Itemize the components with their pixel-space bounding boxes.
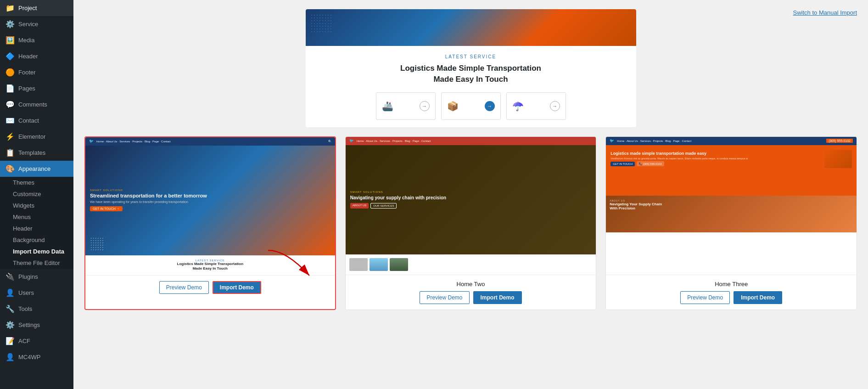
sidebar-item-elementor[interactable]: ⚡ Elementor [0, 129, 73, 145]
demo2-img-2 [370, 258, 388, 271]
demo-card-home-one: 🐦 Home · About Us · Services · Projects … [84, 136, 336, 310]
demo2-hero: SMART SOLUTIONS Navigating your supply c… [346, 145, 596, 254]
sidebar-item-users[interactable]: 👤 Users [0, 285, 73, 301]
comments-icon: 💬 [6, 100, 15, 109]
preview-label: LATEST SERVICE [317, 54, 625, 59]
sidebar-label-templates: Templates [18, 149, 45, 156]
acf-icon: 📝 [6, 337, 15, 345]
sidebar-item-footer[interactable]: 🟠 Footer [0, 64, 73, 80]
mini-card-3-arrow[interactable]: → [550, 101, 560, 111]
theme-file-editor-label: Theme File Editor [13, 259, 60, 266]
sidebar-label-header: Header [18, 53, 38, 60]
demo1-dots [90, 237, 104, 251]
preview-title: Logistics Made Simple TransportationMade… [317, 63, 625, 85]
sidebar-sub-customize[interactable]: Customize [0, 188, 73, 200]
main-content: Switch to Manual Import LATEST SERVICE L… [73, 0, 868, 389]
demo3-nav: 🐦 Home · About Us · Services · Projects … [606, 137, 857, 145]
demo-name-home-three: Home Three [611, 281, 851, 288]
preview-demo-button-home-one[interactable]: Preview Demo [159, 281, 209, 294]
sidebar-label-settings: Settings [18, 321, 40, 328]
top-preview-card: LATEST SERVICE Logistics Made Simple Tra… [306, 9, 636, 127]
sidebar-item-settings[interactable]: ⚙️ Settings [0, 317, 73, 333]
elementor-icon: ⚡ [6, 132, 15, 141]
media-icon: 🖼️ [6, 36, 15, 45]
sidebar-item-tools[interactable]: 🔧 Tools [0, 301, 73, 317]
sidebar-item-acf[interactable]: 📝 ACF [0, 333, 73, 349]
manual-import-link[interactable]: Switch to Manual Import [793, 9, 857, 16]
import-demo-button-home-two[interactable]: Import Demo [473, 291, 522, 304]
sidebar-sub-themes[interactable]: Themes [0, 177, 73, 188]
footer-icon: 🟠 [6, 68, 15, 77]
demo-card-buttons-home-three: Preview Demo Import Demo [611, 291, 851, 304]
sidebar-sub-theme-file-editor[interactable]: Theme File Editor [0, 257, 73, 269]
demo2-img-3 [390, 258, 408, 271]
sidebar-label-tools: Tools [18, 305, 32, 312]
demo-thumbnail-home-three: 🐦 Home · About Us · Services · Projects … [606, 137, 857, 275]
sidebar-item-appearance[interactable]: 🎨 Appearance [0, 161, 73, 177]
sidebar-label-mc4wp: MC4WP [18, 354, 40, 361]
demo1-bottom-title: Logistics Made Simple TransportationMade… [89, 262, 331, 271]
demo2-about-btn: ABOUT US [350, 203, 369, 209]
demo2-hero-heading: Navigating your supply chain with precis… [350, 195, 446, 201]
demo3-phone: 📞 (305) 555-0102 [637, 161, 664, 166]
demo-card-footer-home-two: Home Two Preview Demo Import Demo [346, 275, 596, 310]
sidebar-label-media: Media [18, 37, 34, 44]
box-icon: 📦 [447, 101, 459, 112]
demo-card-buttons-home-two: Preview Demo Import Demo [351, 291, 591, 304]
sidebar-sub-import-demo[interactable]: Import Demo Data [0, 246, 73, 257]
sidebar-item-mc4wp[interactable]: 👤 MC4WP [0, 349, 73, 365]
sidebar-item-plugins[interactable]: 🔌 Plugins [0, 269, 73, 285]
sidebar-item-comments[interactable]: 💬 Comments [0, 96, 73, 113]
sidebar-label-footer: Footer [18, 69, 36, 76]
preview-cards-row: 🚢 → 📦 → ☂️ → [317, 92, 625, 120]
demo-grid: 🐦 Home · About Us · Services · Projects … [84, 136, 857, 310]
demo-card-home-three: 🐦 Home · About Us · Services · Projects … [605, 136, 857, 310]
import-demo-label: Import Demo Data [13, 248, 64, 255]
demo3-truck-image [824, 150, 852, 168]
demo-card-buttons-home-one: Preview Demo Import Demo [91, 281, 330, 294]
demo1-hero-text: SMART SOLUTIONS Streamlined transportati… [90, 189, 207, 212]
service-icon: ⚙️ [6, 20, 15, 28]
preview-demo-button-home-two[interactable]: Preview Demo [420, 291, 469, 304]
mini-card-2: 📦 → [441, 92, 501, 120]
demo3-cta: GET IN TOUCH [610, 162, 635, 166]
demo3-hero-heading: Logistics made simple transportation mad… [610, 151, 821, 157]
sidebar-item-media[interactable]: 🖼️ Media [0, 32, 73, 48]
sidebar-sub-widgets[interactable]: Widgets [0, 200, 73, 211]
sidebar-sub-menus[interactable]: Menus [0, 211, 73, 223]
sidebar-label-users: Users [18, 289, 34, 296]
preview-demo-button-home-three[interactable]: Preview Demo [680, 291, 730, 304]
sidebar-label-plugins: Plugins [18, 273, 38, 280]
sidebar-item-header[interactable]: 🔷 Header [0, 48, 73, 64]
sidebar-item-project[interactable]: 📁 Project [0, 0, 73, 16]
sidebar-label-appearance: Appearance [18, 165, 50, 172]
demo1-nav: 🐦 Home · About Us · Services · Projects … [85, 137, 335, 146]
widgets-label: Widgets [13, 202, 34, 209]
import-demo-button-home-three[interactable]: Import Demo [734, 291, 782, 304]
mini-card-1: 🚢 → [376, 92, 436, 120]
sidebar-item-contact[interactable]: ✉️ Contact [0, 113, 73, 129]
mini-card-2-arrow[interactable]: → [485, 101, 495, 111]
sidebar-sub-header[interactable]: Header [0, 223, 73, 234]
mini-card-3: ☂️ → [506, 92, 566, 120]
preview-content: LATEST SERVICE Logistics Made Simple Tra… [306, 46, 636, 127]
sidebar-label-elementor: Elementor [18, 133, 45, 140]
sidebar-label-project: Project [18, 5, 37, 11]
demo3-hero-text: Logistics made simple transportation mad… [610, 151, 821, 167]
project-icon: 📁 [6, 4, 15, 12]
demo-thumbnail-home-one: 🐦 Home · About Us · Services · Projects … [85, 137, 335, 275]
sidebar-item-pages[interactable]: 📄 Pages [0, 80, 73, 96]
sidebar-item-service[interactable]: ⚙️ Service [0, 16, 73, 32]
demo2-services-btn: OUR SERVICES [370, 203, 397, 209]
sidebar-label-service: Service [18, 21, 38, 28]
mini-card-1-arrow[interactable]: → [420, 101, 430, 111]
import-demo-button-home-one[interactable]: Import Demo [213, 281, 261, 294]
customize-label: Customize [13, 191, 41, 197]
background-label: Background [13, 237, 45, 243]
sidebar-item-templates[interactable]: 📋 Templates [0, 145, 73, 161]
demo2-nav: 🐦 Home · About Us · Services · Projects … [346, 137, 596, 145]
plugins-icon: 🔌 [6, 272, 15, 281]
templates-icon: 📋 [6, 148, 15, 157]
sidebar-sub-background[interactable]: Background [0, 234, 73, 246]
appearance-submenu: Themes Customize Widgets Menus Header Ba… [0, 177, 73, 269]
